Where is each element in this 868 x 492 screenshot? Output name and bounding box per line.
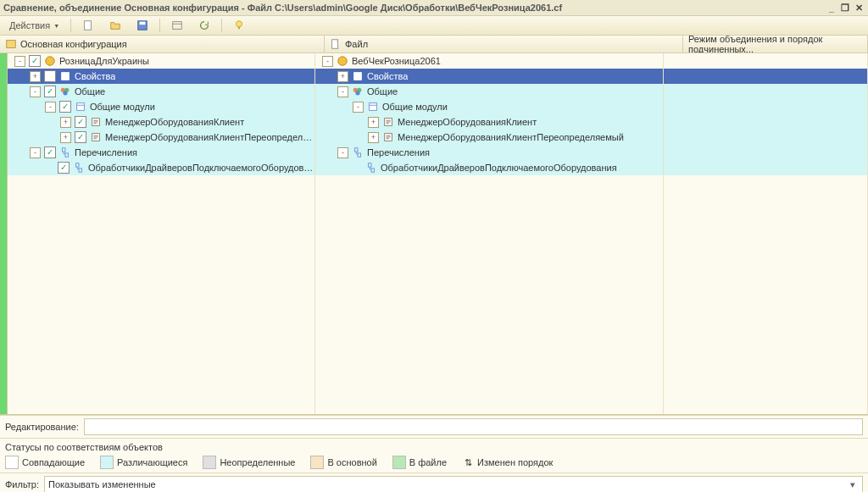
node-label: ОбработчикиДрайверовПодключаемогоОборудо… [88,163,314,173]
header-mode[interactable]: Режим объединения и порядок подчиненных.… [683,36,868,53]
header-file[interactable]: Файл [325,36,683,53]
tree-row[interactable]: +МенеджерОборудованияКлиент [315,114,663,130]
expand-toggle[interactable]: - [14,56,25,67]
tree-row[interactable]: -Перечисления [315,145,663,160]
tree-left[interactable]: -✓РозницаДляУкраины+Свойства-✓Общие-✓Общ… [8,53,315,414]
hint-button[interactable] [227,17,251,34]
expand-toggle[interactable]: + [60,117,71,128]
tree-row[interactable]: -Общие модули [315,99,663,114]
svg-point-32 [355,91,359,95]
expand-toggle[interactable]: + [60,132,71,143]
svg-rect-29 [354,73,362,80]
svg-rect-8 [332,40,338,49]
include-checkbox[interactable]: ✓ [29,55,41,67]
svg-rect-7 [7,41,16,48]
svg-rect-26 [76,163,80,167]
svg-rect-14 [77,103,85,111]
legend-item: Различающиеся [100,456,187,469]
actions-menu[interactable]: Действия▼ [3,17,65,34]
include-checkbox[interactable]: ✓ [75,116,86,128]
node-label: Свойства [75,71,115,81]
find-button[interactable] [165,17,189,34]
include-checkbox[interactable]: ✓ [59,101,71,113]
svg-point-5 [236,21,242,27]
node-label: Общие [367,86,398,97]
node-label: Общие модули [90,102,155,112]
open-button[interactable] [103,17,127,34]
header-main[interactable]: Основная конфигурация [0,36,325,53]
include-checkbox[interactable]: ✓ [44,146,56,158]
svg-rect-10 [62,73,70,80]
include-checkbox[interactable]: ✓ [75,131,86,143]
chevron-down-icon: ▾ [847,479,859,490]
expand-toggle[interactable]: + [368,117,379,128]
node-label: Общие [75,86,105,97]
node-label: МенеджерОборудованияКлиентПереопределяем… [398,132,624,142]
legend-item: ⇅Изменен порядок [462,456,553,469]
filter-row: Фильтр: Показывать измененные▾ [0,473,868,492]
node-label: МенеджерОборудованияКлиент [398,117,537,127]
tree-row[interactable]: -ВебЧекРозница2061 [315,53,663,69]
svg-rect-46 [371,169,375,172]
expand-toggle[interactable]: + [30,71,41,82]
expand-toggle[interactable]: + [337,71,348,82]
svg-point-28 [338,57,348,66]
edit-label: Редактирование: [5,422,79,432]
new-button[interactable] [76,17,100,34]
node-label: РозницаДляУкраины [59,56,149,66]
enum-icon [365,162,377,174]
edit-field[interactable] [84,418,863,435]
include-checkbox[interactable] [44,70,56,82]
include-checkbox[interactable]: ✓ [58,162,70,174]
enum-icon [73,162,85,174]
node-label: Свойства [367,71,408,81]
common-icon [352,86,364,97]
column-headers: Основная конфигурация Файл Режим объедин… [0,36,868,53]
module-icon [382,116,394,128]
module-icon [90,116,102,128]
tree-row[interactable]: +Свойства [315,69,663,84]
tree-row[interactable]: +✓МенеджерОборудованияКлиентПереопределя… [8,130,314,145]
expand-toggle[interactable]: - [45,102,56,113]
tree-row[interactable]: -✓Перечисления [8,145,314,160]
folder-icon [75,101,86,113]
maximize-button[interactable]: ❐ [839,2,851,14]
tree-right[interactable]: -ВебЧекРозница2061+Свойства-Общие-Общие … [315,53,664,414]
tree-row[interactable]: -✓Общие модули [8,99,314,114]
statuses-title: Статусы по соответствиям объектов [5,442,163,452]
filter-select[interactable]: Показывать измененные▾ [44,476,863,492]
expand-toggle[interactable]: - [337,86,348,97]
tree-row[interactable]: +✓МенеджерОборудованияКлиент [8,114,314,130]
expand-toggle[interactable]: - [322,56,333,67]
common-icon [59,86,71,97]
save-button[interactable] [131,17,154,34]
refresh-button[interactable] [192,17,216,34]
tree-row[interactable]: -✓Общие [8,84,314,99]
svg-rect-3 [173,22,182,30]
edit-row: Редактирование: [0,415,868,438]
expand-toggle[interactable]: - [353,102,364,113]
minimize-button[interactable]: _ [826,2,837,14]
folder-icon [367,101,379,113]
tree-row[interactable]: ✓ОбработчикиДрайверовПодключаемогоОборуд… [8,160,314,175]
include-checkbox[interactable]: ✓ [44,86,56,97]
legend-item: Совпадающие [5,456,85,469]
expand-toggle[interactable]: + [368,132,379,143]
tree-row[interactable]: ОбработчикиДрайверовПодключаемогоОборудо… [315,160,663,175]
enum-icon [352,146,364,158]
expand-toggle[interactable]: - [337,147,348,158]
tree-row[interactable]: +МенеджерОборудованияКлиентПереопределяе… [315,130,663,145]
node-label: Общие модули [382,102,448,112]
tree-row[interactable]: -Общие [315,84,663,99]
tree-row[interactable]: -✓РозницаДляУкраины [8,53,314,69]
expand-toggle[interactable]: - [30,86,41,97]
expand-toggle[interactable] [45,163,54,173]
close-button[interactable]: ✕ [853,2,865,14]
statuses-section: Статусы по соответствиям объектов Совпад… [0,438,868,473]
title-bar: Сравнение, объединение Основная конфигур… [0,0,868,16]
node-label: ВебЧекРозница2061 [352,56,441,66]
node-label: МенеджерОборудованияКлиентПереопределяе.… [105,132,314,142]
expand-toggle[interactable]: - [30,147,41,158]
tree-row[interactable]: +Свойства [8,69,314,84]
expand-toggle[interactable] [353,163,362,173]
